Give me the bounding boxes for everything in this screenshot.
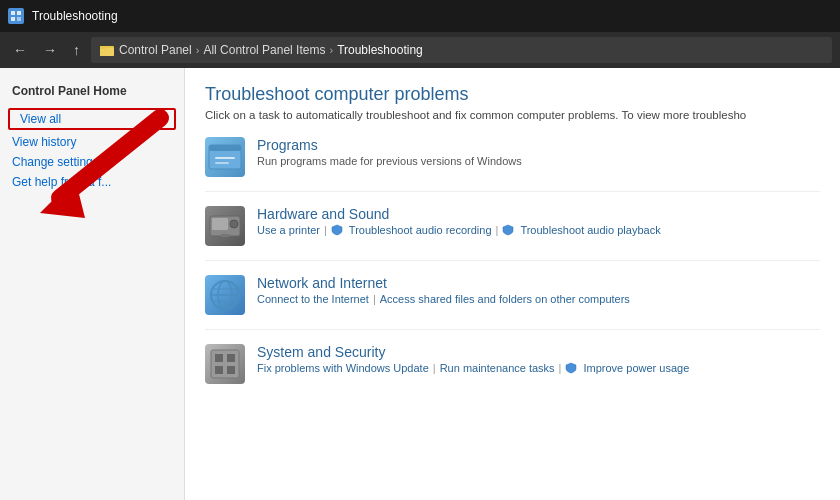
svg-rect-5 <box>100 48 114 56</box>
svg-rect-25 <box>227 354 235 362</box>
sidebar-view-history[interactable]: View history <box>0 132 184 152</box>
svg-rect-26 <box>215 366 223 374</box>
main-layout: Control Panel Home View all View history… <box>0 68 840 500</box>
page-description: Click on a task to automatically trouble… <box>205 109 820 121</box>
back-button[interactable]: ← <box>8 40 32 60</box>
title-bar: Troubleshooting <box>0 0 840 32</box>
page-title: Troubleshoot computer problems <box>205 84 820 105</box>
programs-links: Run programs made for previous versions … <box>257 155 522 167</box>
svg-rect-0 <box>11 11 15 15</box>
window-title: Troubleshooting <box>32 9 118 23</box>
breadcrumb-current: Troubleshooting <box>337 43 423 57</box>
svg-rect-24 <box>215 354 223 362</box>
audio-recording-link[interactable]: Troubleshoot audio recording <box>349 224 492 236</box>
security-info: System and Security Fix problems with Wi… <box>257 344 689 374</box>
security-links: Fix problems with Windows Update | Run m… <box>257 362 689 374</box>
sidebar-view-all[interactable]: View all <box>8 108 176 130</box>
network-icon <box>205 275 245 315</box>
hardware-links: Use a printer | Troubleshoot audio recor… <box>257 224 661 236</box>
sidebar-change-settings[interactable]: Change settings <box>0 152 184 172</box>
hardware-icon <box>205 206 245 246</box>
svg-rect-3 <box>17 17 21 21</box>
svg-rect-11 <box>209 145 241 151</box>
power-usage-link[interactable]: Improve power usage <box>583 362 689 374</box>
breadcrumb-control-panel[interactable]: Control Panel <box>119 43 192 57</box>
category-programs: Programs Run programs made for previous … <box>205 137 820 192</box>
network-links: Connect to the Internet | Access shared … <box>257 293 630 305</box>
security-icon <box>205 344 245 384</box>
svg-rect-17 <box>221 234 229 237</box>
address-bar: ← → ↑ Control Panel › All Control Panel … <box>0 32 840 68</box>
content-area: Troubleshoot computer problems Click on … <box>185 68 840 500</box>
sidebar: Control Panel Home View all View history… <box>0 68 185 500</box>
category-hardware: Hardware and Sound Use a printer | Troub… <box>205 206 820 261</box>
up-button[interactable]: ↑ <box>68 40 85 60</box>
svg-rect-2 <box>11 17 15 21</box>
maintenance-tasks-link[interactable]: Run maintenance tasks <box>440 362 555 374</box>
breadcrumb-all-items[interactable]: All Control Panel Items <box>203 43 325 57</box>
use-printer-link[interactable]: Use a printer <box>257 224 320 236</box>
shield-icon-1 <box>331 224 343 236</box>
shield-icon-2 <box>502 224 514 236</box>
network-info: Network and Internet Connect to the Inte… <box>257 275 630 305</box>
category-network: Network and Internet Connect to the Inte… <box>205 275 820 330</box>
svg-rect-6 <box>100 46 106 49</box>
shield-icon-3 <box>565 362 577 374</box>
folder-icon <box>99 42 115 58</box>
shared-files-link[interactable]: Access shared files and folders on other… <box>380 293 630 305</box>
svg-rect-15 <box>212 218 228 230</box>
hardware-title[interactable]: Hardware and Sound <box>257 206 661 222</box>
category-security: System and Security Fix problems with Wi… <box>205 344 820 398</box>
svg-rect-12 <box>215 157 235 159</box>
svg-rect-1 <box>17 11 21 15</box>
svg-rect-27 <box>227 366 235 374</box>
sidebar-home-label: Control Panel Home <box>0 80 184 106</box>
programs-title[interactable]: Programs <box>257 137 522 153</box>
programs-info: Programs Run programs made for previous … <box>257 137 522 167</box>
network-title[interactable]: Network and Internet <box>257 275 630 291</box>
programs-subtitle: Run programs made for previous versions … <box>257 155 522 167</box>
security-title[interactable]: System and Security <box>257 344 689 360</box>
window-icon <box>8 8 24 24</box>
windows-update-link[interactable]: Fix problems with Windows Update <box>257 362 429 374</box>
hardware-info: Hardware and Sound Use a printer | Troub… <box>257 206 661 236</box>
connect-internet-link[interactable]: Connect to the Internet <box>257 293 369 305</box>
breadcrumb-bar: Control Panel › All Control Panel Items … <box>91 37 832 63</box>
programs-icon <box>205 137 245 177</box>
sidebar-get-help[interactable]: Get help from a f... <box>0 172 184 192</box>
svg-point-16 <box>230 220 238 228</box>
audio-playback-link[interactable]: Troubleshoot audio playback <box>520 224 660 236</box>
svg-rect-13 <box>215 162 229 164</box>
forward-button[interactable]: → <box>38 40 62 60</box>
